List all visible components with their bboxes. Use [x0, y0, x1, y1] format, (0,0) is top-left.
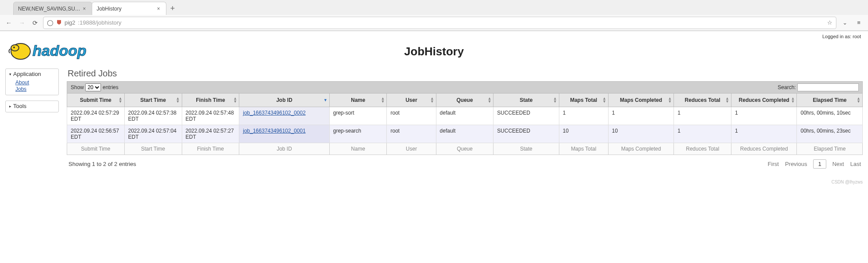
hadoop-logo: hadoop [5, 34, 111, 66]
job-link[interactable]: job_1663743496102_0001 [243, 128, 306, 134]
table-footer-row: Submit Time Start Time Finish Time Job I… [67, 143, 863, 155]
table-bottom-bar: Showing 1 to 2 of 2 entries First Previo… [67, 155, 863, 169]
svg-point-2 [13, 47, 15, 48]
col-reduces-completed[interactable]: Reduces Completed▲▼ [731, 94, 797, 107]
col-submit-time[interactable]: Submit Time▲▼ [67, 94, 125, 107]
new-tab-button[interactable]: + [166, 4, 179, 15]
col-queue[interactable]: Queue▲▼ [436, 94, 493, 107]
sort-icon: ▲▼ [487, 97, 491, 103]
page-current[interactable]: 1 [813, 159, 826, 169]
pocket-icon[interactable]: ⌄ [839, 19, 850, 26]
lock-icon: ⛊ [56, 19, 62, 26]
sidebar-application-header[interactable]: ▾ Application [9, 71, 55, 77]
col-job-id[interactable]: Job ID▼ [239, 94, 329, 107]
table-row: 2022.09.24 02:57:29 EDT 2022.09.24 02:57… [67, 107, 863, 125]
col-name[interactable]: Name▲▼ [329, 94, 387, 107]
page-previous[interactable]: Previous [785, 161, 807, 167]
forward-button[interactable]: → [17, 18, 27, 28]
address-bar[interactable]: ◯ ⛊ pig2:19888/jobhistory ☆ [43, 17, 836, 29]
page-first[interactable]: First [768, 161, 779, 167]
footcol: Name [329, 143, 387, 155]
browser-tab[interactable]: JobHistory × [92, 2, 166, 15]
sort-icon: ▲▼ [668, 97, 672, 103]
sidebar-link-about[interactable]: About [15, 79, 29, 86]
table-row: 2022.09.24 02:56:57 EDT 2022.09.24 02:57… [67, 125, 863, 143]
sidebar-tools-box: ▸ Tools [5, 101, 59, 112]
cell-reduces-total: 1 [674, 125, 731, 143]
length-menu-show: Show [71, 84, 84, 90]
footcol: Submit Time [67, 143, 125, 155]
cell-elapsed: 00hrs, 00mins, 10sec [797, 107, 863, 125]
browser-tab[interactable]: NEW,NEW_SAVING,SUBMIT × [13, 2, 92, 15]
url-host: pig2 [65, 19, 76, 26]
sort-icon: ▲▼ [233, 97, 237, 103]
sort-icon: ▲▼ [119, 97, 122, 103]
sort-icon: ▲▼ [553, 97, 557, 103]
table-info: Showing 1 to 2 of 2 entries [68, 161, 136, 167]
sort-icon: ▲▼ [725, 97, 729, 103]
col-finish-time[interactable]: Finish Time▲▼ [182, 94, 239, 107]
sidebar-header-label: Tools [13, 103, 26, 109]
close-icon[interactable]: × [81, 6, 87, 12]
cell-finish: 2022.09.24 02:57:48 EDT [182, 107, 239, 125]
cell-user: root [387, 107, 436, 125]
hamburger-menu-icon[interactable]: ≡ [853, 19, 864, 26]
sort-desc-icon: ▼ [324, 99, 328, 102]
bookmark-star-icon[interactable]: ☆ [827, 19, 832, 26]
col-state[interactable]: State▲▼ [493, 94, 559, 107]
sort-icon: ▲▼ [430, 97, 434, 103]
cell-start: 2022.09.24 02:57:38 EDT [124, 107, 182, 125]
footcol: Elapsed Time [797, 143, 863, 155]
cell-elapsed: 00hrs, 00mins, 23sec [797, 125, 863, 143]
col-maps-total[interactable]: Maps Total▲▼ [559, 94, 608, 107]
length-menu: Show 20 entries [71, 83, 119, 91]
cell-name: grep-search [329, 125, 387, 143]
page-body: Logged in as: root hadoop JobHistory ▾ A… [0, 31, 868, 186]
footcol: Reduces Total [674, 143, 731, 155]
svg-point-1 [11, 45, 19, 51]
cell-maps-completed: 10 [608, 125, 674, 143]
cell-start: 2022.09.24 02:57:04 EDT [124, 125, 182, 143]
sidebar-tools-header[interactable]: ▸ Tools [9, 103, 55, 109]
main-content: Retired Jobs Show 20 entries Search: [67, 68, 863, 169]
page-header: hadoop JobHistory [5, 34, 863, 66]
table-header-row: Submit Time▲▼ Start Time▲▼ Finish Time▲▼… [67, 94, 863, 107]
col-reduces-total[interactable]: Reduces Total▲▼ [674, 94, 731, 107]
cell-user: root [387, 125, 436, 143]
paginator: First Previous 1 Next Last [768, 159, 861, 169]
sidebar-link-jobs[interactable]: Jobs [15, 86, 26, 92]
sort-icon: ▲▼ [857, 97, 861, 103]
col-start-time[interactable]: Start Time▲▼ [124, 94, 182, 107]
footcol: Start Time [124, 143, 182, 155]
job-link[interactable]: job_1663743496102_0002 [243, 110, 306, 116]
back-button[interactable]: ← [4, 18, 14, 28]
footcol: User [387, 143, 436, 155]
cell-state: SUCCEEDED [493, 125, 559, 143]
cell-submit: 2022.09.24 02:57:29 EDT [67, 107, 125, 125]
col-maps-completed[interactable]: Maps Completed▲▼ [608, 94, 674, 107]
length-menu-select[interactable]: 20 [85, 83, 101, 91]
search-input[interactable] [797, 83, 859, 91]
footcol: Queue [436, 143, 493, 155]
logged-in-label: Logged in as: root [822, 34, 861, 39]
sidebar-header-label: Application [13, 71, 41, 77]
col-elapsed-time[interactable]: Elapsed Time▲▼ [797, 94, 863, 107]
footcol: State [493, 143, 559, 155]
search-label: Search: [778, 84, 796, 90]
footcol: Job ID [239, 143, 329, 155]
cell-maps-total: 1 [559, 107, 608, 125]
reload-button[interactable]: ⟳ [30, 18, 40, 28]
tab-strip: NEW,NEW_SAVING,SUBMIT × JobHistory × + [0, 0, 868, 15]
sidebar-application-box: ▾ Application About Jobs [5, 68, 59, 95]
cell-jobid: job_1663743496102_0001 [239, 125, 329, 143]
footcol: Finish Time [182, 143, 239, 155]
page-last[interactable]: Last [850, 161, 861, 167]
sort-icon: ▲▼ [381, 97, 385, 103]
svg-text:hadoop: hadoop [32, 42, 86, 59]
close-icon[interactable]: × [155, 6, 162, 12]
cell-maps-completed: 1 [608, 107, 674, 125]
col-user[interactable]: User▲▼ [387, 94, 436, 107]
sidebar: ▾ Application About Jobs ▸ Tools [5, 68, 59, 118]
page-next[interactable]: Next [832, 161, 844, 167]
browser-toolbar: ← → ⟳ ◯ ⛊ pig2:19888/jobhistory ☆ ⌄ ≡ [0, 15, 868, 31]
